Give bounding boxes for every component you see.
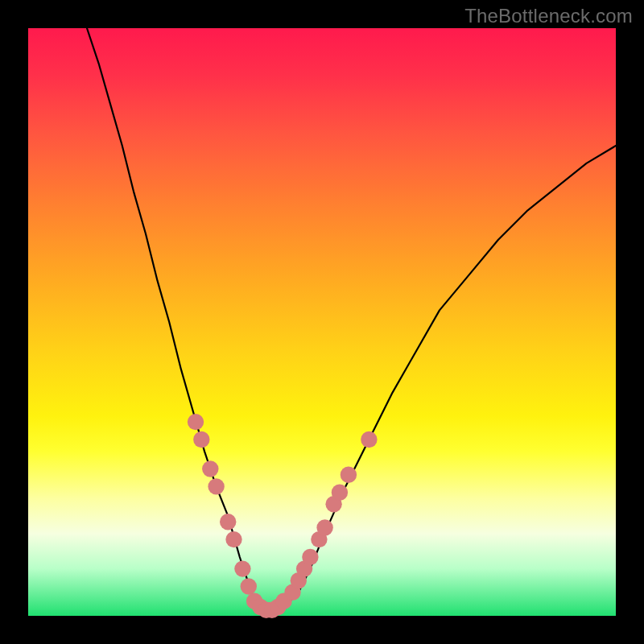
data-marker xyxy=(220,514,236,530)
data-marker xyxy=(316,519,332,535)
chart-frame: TheBottleneck.com xyxy=(0,0,644,644)
watermark-text: TheBottleneck.com xyxy=(464,5,633,27)
data-marker xyxy=(361,431,377,448)
data-marker xyxy=(241,578,257,594)
data-marker xyxy=(202,460,218,477)
data-marker xyxy=(234,560,250,576)
data-marker xyxy=(225,531,242,547)
data-marker xyxy=(188,414,204,430)
bottleneck-curve xyxy=(87,28,616,610)
data-marker xyxy=(341,467,357,483)
data-marker xyxy=(302,549,318,565)
data-marker xyxy=(193,431,209,448)
markers-group xyxy=(188,414,378,618)
data-marker xyxy=(208,478,224,494)
data-marker xyxy=(332,485,348,501)
chart-overlay xyxy=(28,28,616,616)
